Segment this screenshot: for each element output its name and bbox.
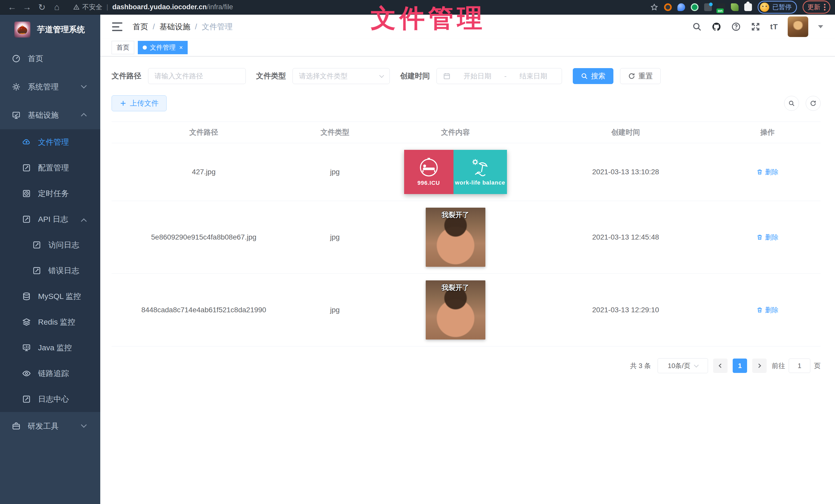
total-count: 共 3 条 bbox=[630, 361, 651, 370]
sidebar-item-access-log[interactable]: 访问日志 bbox=[0, 232, 100, 258]
file-content-cell: 我裂开了 bbox=[374, 280, 537, 339]
996icu-image[interactable]: 996.ICU work-life balance bbox=[404, 150, 507, 194]
next-page-button[interactable] bbox=[752, 359, 767, 373]
main-area: 首页 / 基础设施 / 文件管理 tT 首页 文件管理 × 文件路径 bbox=[100, 15, 835, 504]
browser-profile-chip[interactable]: 已暂停 bbox=[758, 1, 797, 14]
toggle-search-button[interactable] bbox=[784, 96, 799, 111]
file-table: 文件路径 文件类型 文件内容 创建时间 操作 427.jpg jpg 996.I… bbox=[111, 122, 821, 346]
goto-page-input[interactable] bbox=[789, 359, 810, 373]
browser-reload-button[interactable]: ↻ bbox=[35, 2, 49, 12]
help-icon[interactable] bbox=[731, 22, 741, 31]
extension-icon[interactable] bbox=[664, 3, 672, 11]
sidebar-item-java[interactable]: Java 监控 bbox=[0, 335, 100, 361]
extension-badge: on bbox=[716, 8, 724, 13]
plus-icon bbox=[120, 100, 127, 107]
sidebar-item-trace[interactable]: 链路追踪 bbox=[0, 361, 100, 386]
fullscreen-icon[interactable] bbox=[751, 22, 760, 31]
create-time-label: 创建时间 bbox=[400, 71, 430, 81]
extension-icon[interactable]: on bbox=[717, 3, 725, 11]
sidebar-item-error-log[interactable]: 错误日志 bbox=[0, 258, 100, 284]
prev-page-button[interactable] bbox=[713, 359, 728, 373]
page-number-button[interactable]: 1 bbox=[733, 359, 747, 373]
sync-paused-label: 已暂停 bbox=[772, 3, 792, 11]
search-icon[interactable] bbox=[692, 22, 702, 31]
sidebar-item-home[interactable]: 首页 bbox=[0, 44, 100, 73]
bookmark-star-icon[interactable] bbox=[650, 3, 658, 11]
chevron-down-icon bbox=[379, 73, 384, 78]
page-size-select[interactable]: 10条/页 bbox=[658, 358, 708, 373]
breadcrumb-home[interactable]: 首页 bbox=[133, 22, 148, 32]
sidebar-item-infra[interactable]: 基础设施 bbox=[0, 101, 100, 129]
browser-menu-icon[interactable] bbox=[824, 4, 826, 10]
sidebar-item-system[interactable]: 系统管理 bbox=[0, 73, 100, 101]
chevron-down-icon bbox=[694, 363, 698, 367]
column-header-action: 操作 bbox=[714, 122, 821, 143]
chevron-up-icon bbox=[81, 218, 87, 224]
sidebar-item-mysql[interactable]: MySQL 监控 bbox=[0, 284, 100, 309]
breadcrumb: 首页 / 基础设施 / 文件管理 bbox=[133, 22, 233, 32]
font-size-icon[interactable]: tT bbox=[770, 22, 778, 31]
table-toolbar: 上传文件 bbox=[111, 96, 821, 111]
sidebar-item-job[interactable]: 定时任务 bbox=[0, 181, 100, 206]
close-icon[interactable]: × bbox=[179, 44, 183, 51]
sidebar-item-api-log[interactable]: API 日志 bbox=[0, 206, 100, 232]
file-type-select[interactable]: 请选择文件类型 bbox=[292, 68, 390, 84]
refresh-table-button[interactable] bbox=[806, 96, 821, 111]
sidebar-item-dev-tools[interactable]: 研发工具 bbox=[0, 412, 100, 440]
extension-icon[interactable] bbox=[691, 3, 698, 11]
browser-home-button[interactable]: ⌂ bbox=[49, 2, 64, 12]
caret-down-icon[interactable] bbox=[818, 25, 823, 28]
tag-file-manage[interactable]: 文件管理 × bbox=[138, 41, 188, 54]
eye-icon bbox=[22, 369, 31, 378]
baby-meme-image[interactable]: 我裂开了 bbox=[426, 280, 485, 339]
delete-button[interactable]: 删除 bbox=[756, 233, 778, 242]
bed-icon bbox=[419, 158, 439, 177]
extension-icon[interactable] bbox=[731, 3, 739, 11]
action-cell: 删除 bbox=[714, 150, 821, 194]
date-range-picker[interactable]: 开始日期 - 结束日期 bbox=[436, 68, 562, 84]
file-type-cell: jpg bbox=[296, 208, 374, 267]
browser-back-button[interactable]: ← bbox=[5, 2, 20, 12]
stack-icon bbox=[22, 318, 31, 327]
delete-button[interactable]: 删除 bbox=[756, 168, 778, 176]
sidebar-item-log-center[interactable]: 日志中心 bbox=[0, 386, 100, 412]
delete-button[interactable]: 删除 bbox=[756, 306, 778, 315]
profile-avatar bbox=[760, 3, 769, 12]
extensions-puzzle-icon[interactable] bbox=[744, 3, 752, 11]
extension-icon[interactable] bbox=[677, 3, 685, 11]
sidebar-item-config[interactable]: 配置管理 bbox=[0, 155, 100, 181]
github-icon[interactable] bbox=[712, 22, 721, 31]
breadcrumb-infra[interactable]: 基础设施 bbox=[159, 22, 190, 32]
upload-file-button[interactable]: 上传文件 bbox=[111, 96, 167, 111]
baby-meme-image[interactable]: 我裂开了 bbox=[426, 208, 485, 267]
user-avatar[interactable] bbox=[788, 17, 808, 37]
chevron-up-icon bbox=[81, 113, 87, 119]
security-warning-label: 不安全 bbox=[82, 3, 102, 12]
action-cell: 删除 bbox=[714, 280, 821, 339]
app-logo-row[interactable]: 🌰 芋道管理系统 bbox=[0, 15, 100, 44]
top-navbar: 首页 / 基础设施 / 文件管理 tT bbox=[100, 15, 835, 39]
996icu-left-panel: 996.ICU bbox=[404, 150, 453, 194]
browser-forward-button[interactable]: → bbox=[20, 2, 35, 12]
created-time-cell: 2021-03-13 13:10:28 bbox=[537, 150, 714, 194]
file-path-field[interactable] bbox=[155, 72, 239, 80]
address-bar[interactable]: 不安全 | dashboard.yudao.iocoder.cn /infra/… bbox=[68, 2, 650, 13]
url-domain: dashboard.yudao.iocoder.cn bbox=[113, 3, 207, 11]
file-type-cell: jpg bbox=[296, 150, 374, 194]
goto-label: 前往 bbox=[772, 361, 785, 370]
update-label: 更新 bbox=[808, 3, 820, 11]
extension-icon[interactable] bbox=[704, 3, 712, 11]
file-path-input[interactable] bbox=[148, 68, 246, 84]
breadcrumb-current: 文件管理 bbox=[202, 22, 233, 32]
search-icon bbox=[788, 100, 795, 107]
search-button[interactable]: 搜索 bbox=[573, 68, 613, 84]
hamburger-icon[interactable] bbox=[112, 22, 122, 31]
beach-umbrella-icon bbox=[470, 158, 490, 178]
sidebar-item-redis[interactable]: Redis 监控 bbox=[0, 309, 100, 335]
table-header: 文件路径 文件类型 文件内容 创建时间 操作 bbox=[111, 122, 821, 143]
reset-button[interactable]: 重置 bbox=[620, 68, 661, 84]
browser-update-chip[interactable]: 更新 bbox=[802, 1, 830, 14]
sidebar-item-file-manage[interactable]: 文件管理 bbox=[0, 129, 100, 155]
dashboard-icon bbox=[12, 54, 21, 63]
tag-home[interactable]: 首页 bbox=[111, 41, 134, 54]
